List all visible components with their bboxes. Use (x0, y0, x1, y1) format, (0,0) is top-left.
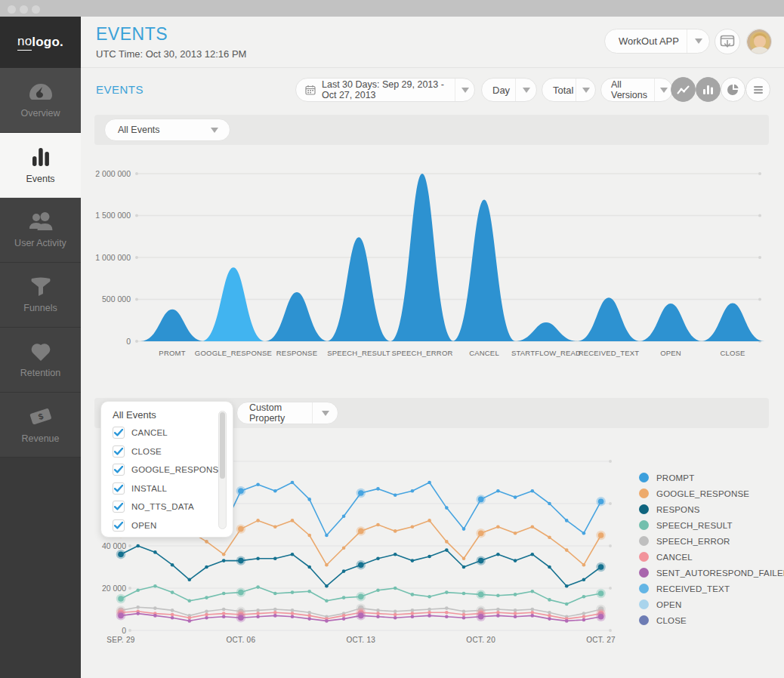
x-axis-tick-label: SEP. 29 (106, 636, 135, 644)
legend-dot-icon (639, 520, 649, 530)
export-button[interactable] (715, 29, 740, 54)
dropdown-scrollbar[interactable] (218, 411, 227, 529)
event-category-label: CLOSE (720, 349, 745, 357)
bar-chart-view-button[interactable] (696, 77, 721, 102)
granularity-dropdown[interactable]: Day (481, 78, 537, 102)
app-window: nologo. OverviewEventsUser ActivityFunne… (0, 0, 784, 678)
window-control-icon[interactable] (8, 5, 16, 14)
event-peak-google_response[interactable] (202, 267, 265, 341)
x-axis-tick-label: OCT. 13 (346, 636, 375, 644)
legend-dot-icon (639, 536, 649, 546)
dropdown-option-open[interactable]: OPEN (113, 516, 211, 535)
dropdown-option-label: CLOSE (131, 447, 162, 456)
dropdown-option-label: NO_TTS_DATA (131, 502, 194, 511)
heart-icon (29, 342, 52, 362)
legend-item-label: SPEECH_RESULT (656, 521, 733, 530)
chevron-down-icon (211, 128, 218, 133)
page-title: EVENTS (96, 24, 168, 45)
sidebar-item-label: User Activity (14, 238, 66, 248)
chevron-down-icon (695, 39, 702, 44)
event-category-label: OPEN (660, 349, 681, 357)
events-peaks-chart: 2 000 0001 500 0001 000 000500 0000PROMT… (94, 155, 769, 365)
dropdown-option-label: OPEN (131, 521, 156, 530)
section-label: EVENTS (96, 83, 144, 96)
legend-item-speech_error[interactable]: SPEECH_ERROR (639, 533, 784, 549)
checkbox-checked-icon[interactable] (113, 464, 125, 476)
legend-item-prompt[interactable]: PROMPT (639, 470, 784, 485)
sidebar-item-revenue[interactable]: $Revenue (0, 393, 81, 458)
list-view-button[interactable] (745, 77, 770, 102)
legend-item-received_text[interactable]: RECEIVED_TEXT (639, 581, 784, 596)
event-peak-received_text[interactable] (577, 297, 640, 341)
line-chart-view-button[interactable] (671, 77, 696, 102)
legend-item-google_response[interactable]: GOOGLE_RESPONSE (639, 485, 784, 501)
legend-item-label: SPEECH_ERROR (656, 537, 730, 546)
download-icon (720, 35, 735, 48)
dropdown-option-cancel[interactable]: CANCEL (113, 424, 211, 442)
legend-item-respons[interactable]: RESPONS (639, 501, 784, 517)
sidebar-item-user-activity[interactable]: User Activity (0, 198, 81, 263)
legend-item-open[interactable]: OPEN (639, 596, 784, 612)
dropdown-option-no_tts_data[interactable]: NO_TTS_DATA (113, 498, 211, 516)
versions-dropdown[interactable]: All Versions (600, 78, 673, 102)
checkbox-checked-icon[interactable] (113, 427, 125, 439)
y-axis-tick-label: 40 000 (102, 541, 126, 550)
utc-time-label: UTC Time: Oct 30, 2013 12:16 PM (96, 48, 246, 60)
sidebar-item-retention[interactable]: Retention (0, 328, 81, 393)
events-filter-dropdown[interactable]: All Events (104, 119, 230, 141)
dropdown-option-install[interactable]: INSTALL (113, 479, 211, 498)
x-axis-tick-label: OCT. 06 (227, 636, 256, 644)
chevron-down-icon (660, 88, 668, 93)
event-category-label: RESPONSE (276, 349, 317, 357)
legend-item-label: GOOGLE_RESPONSE (656, 489, 749, 498)
pie-chart-view-button[interactable] (721, 77, 745, 102)
date-range-dropdown[interactable]: Last 30 Days: Sep 29, 2013 - Oct 27, 201… (295, 78, 475, 102)
event-peak-close[interactable] (701, 303, 764, 341)
event-category-label: SPEECH_RESULT (327, 349, 390, 357)
x-axis-tick-label: OCT. 27 (586, 636, 616, 644)
checkbox-checked-icon[interactable] (113, 445, 125, 458)
scrollbar-thumb[interactable] (220, 412, 225, 479)
window-control-icon[interactable] (32, 5, 40, 14)
event-peak-promt[interactable] (140, 310, 204, 341)
events-filter-bar: All Events (94, 115, 769, 145)
legend-item-close[interactable]: CLOSE (639, 612, 784, 628)
checkbox-checked-icon[interactable] (113, 482, 125, 495)
window-control-icon[interactable] (20, 5, 28, 14)
legend-item-speech_result[interactable]: SPEECH_RESULT (639, 517, 784, 533)
logo-text: no (17, 34, 32, 51)
legend-item-label: OPEN (656, 600, 681, 609)
sidebar-item-overview[interactable]: Overview (0, 68, 81, 133)
legend-dot-icon (639, 599, 649, 609)
legend-item-label: RESPONS (656, 505, 700, 514)
legend-item-cancel[interactable]: CANCEL (639, 549, 784, 565)
sidebar-nav: OverviewEventsUser ActivityFunnelsRetent… (0, 68, 81, 458)
user-avatar[interactable] (746, 29, 772, 54)
checkbox-checked-icon[interactable] (113, 519, 125, 532)
legend-item-sent_autorespond_failed[interactable]: SENT_AUTORESPOND_FAILED (639, 565, 784, 581)
event-peak-startflow_read[interactable] (514, 322, 578, 341)
menu-icon (753, 85, 764, 94)
legend-item-label: CANCEL (656, 553, 693, 562)
y-axis-tick-label: 500 000 (102, 294, 131, 304)
event-peak-speech_result[interactable] (327, 237, 390, 341)
sidebar-item-label: Events (26, 174, 54, 184)
users-icon (28, 212, 54, 232)
custom-property-dropdown[interactable]: Custom Property (236, 402, 338, 424)
legend-item-label: RECEIVED_TEXT (656, 584, 730, 593)
sidebar-item-events[interactable]: Events (0, 133, 81, 198)
checkbox-checked-icon[interactable] (113, 501, 125, 513)
sidebar-item-funnels[interactable]: Funnels (0, 263, 81, 328)
dropdown-option-close[interactable]: CLOSE (113, 442, 211, 461)
calendar-icon (305, 85, 316, 95)
aggregation-dropdown[interactable]: Total (542, 78, 596, 102)
app-selector-dropdown[interactable]: WorkOut APP (604, 29, 710, 54)
y-axis-tick-label: 0 (122, 626, 126, 635)
app-logo: nologo. (0, 17, 81, 68)
funnel-icon (30, 277, 51, 297)
event-category-label: SPEECH_ERROR (391, 349, 452, 357)
event-peak-open[interactable] (639, 304, 702, 341)
event-peak-cancel[interactable] (452, 199, 516, 341)
chevron-down-icon (523, 88, 530, 93)
dropdown-option-google_response[interactable]: GOOGLE_RESPONSE (113, 461, 211, 479)
